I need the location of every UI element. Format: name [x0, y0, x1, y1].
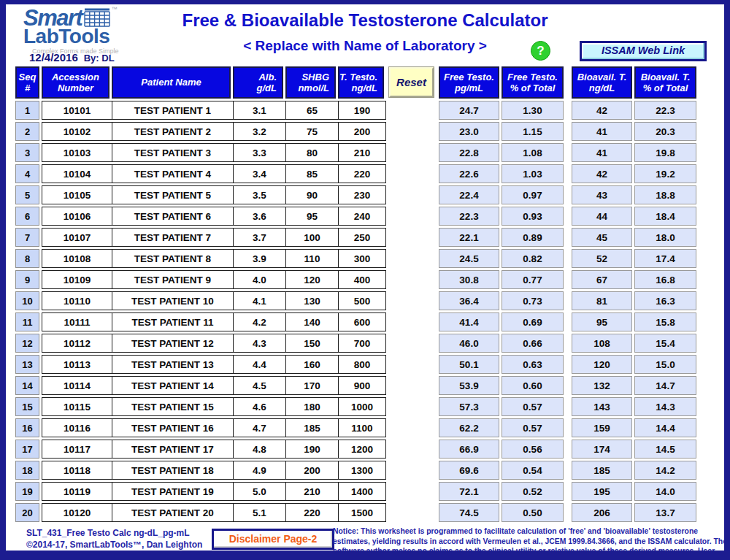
cell-accession[interactable]: 10104 — [42, 164, 112, 183]
cell-albumin[interactable]: 4.4 — [233, 355, 286, 374]
cell-patient-name[interactable]: TEST PATIENT 15 — [112, 397, 234, 416]
cell-total-testosterone[interactable]: 500 — [338, 291, 386, 310]
cell-shbg[interactable]: 130 — [285, 291, 339, 310]
cell-accession[interactable]: 10102 — [42, 122, 112, 141]
cell-accession[interactable]: 10115 — [42, 397, 112, 416]
cell-accession[interactable]: 10109 — [42, 270, 112, 289]
cell-accession[interactable]: 10108 — [42, 249, 112, 268]
cell-patient-name[interactable]: TEST PATIENT 18 — [112, 461, 234, 480]
cell-shbg[interactable]: 100 — [285, 228, 339, 247]
cell-accession[interactable]: 10110 — [42, 291, 112, 310]
issam-web-link-button[interactable]: ISSAM Web Link — [580, 41, 707, 61]
cell-total-testosterone[interactable]: 230 — [338, 185, 386, 204]
cell-total-testosterone[interactable]: 250 — [338, 228, 386, 247]
cell-albumin[interactable]: 4.3 — [233, 334, 286, 353]
cell-patient-name[interactable]: TEST PATIENT 5 — [112, 185, 234, 204]
cell-patient-name[interactable]: TEST PATIENT 20 — [112, 503, 234, 522]
cell-accession[interactable]: 10106 — [42, 207, 112, 226]
cell-albumin[interactable]: 3.1 — [233, 101, 286, 120]
cell-albumin[interactable]: 3.9 — [233, 249, 286, 268]
cell-albumin[interactable]: 4.8 — [233, 440, 286, 459]
cell-shbg[interactable]: 120 — [285, 270, 339, 289]
cell-patient-name[interactable]: TEST PATIENT 6 — [112, 207, 234, 226]
cell-albumin[interactable]: 3.7 — [233, 228, 286, 247]
cell-albumin[interactable]: 4.9 — [233, 461, 286, 480]
cell-albumin[interactable]: 4.5 — [233, 376, 286, 395]
cell-albumin[interactable]: 5.1 — [233, 503, 286, 522]
cell-shbg[interactable]: 95 — [285, 207, 339, 226]
cell-shbg[interactable]: 170 — [285, 376, 339, 395]
cell-patient-name[interactable]: TEST PATIENT 1 — [112, 101, 234, 120]
cell-accession[interactable]: 10120 — [42, 503, 112, 522]
cell-patient-name[interactable]: TEST PATIENT 10 — [112, 291, 234, 310]
cell-total-testosterone[interactable]: 600 — [338, 312, 386, 331]
cell-shbg[interactable]: 65 — [285, 101, 339, 120]
cell-shbg[interactable]: 190 — [285, 440, 339, 459]
cell-total-testosterone[interactable]: 700 — [338, 334, 386, 353]
cell-accession[interactable]: 10107 — [42, 228, 112, 247]
cell-accession[interactable]: 10105 — [42, 185, 112, 204]
cell-total-testosterone[interactable]: 240 — [338, 207, 386, 226]
cell-albumin[interactable]: 3.2 — [233, 122, 286, 141]
cell-patient-name[interactable]: TEST PATIENT 3 — [112, 143, 234, 162]
cell-shbg[interactable]: 180 — [285, 397, 339, 416]
cell-shbg[interactable]: 90 — [285, 185, 339, 204]
cell-total-testosterone[interactable]: 1100 — [338, 418, 386, 437]
cell-patient-name[interactable]: TEST PATIENT 16 — [112, 418, 234, 437]
cell-total-testosterone[interactable]: 900 — [338, 376, 386, 395]
cell-albumin[interactable]: 4.1 — [233, 291, 286, 310]
cell-shbg[interactable]: 160 — [285, 355, 339, 374]
cell-total-testosterone[interactable]: 1500 — [338, 503, 386, 522]
cell-albumin[interactable]: 4.7 — [233, 418, 286, 437]
cell-total-testosterone[interactable]: 300 — [338, 249, 386, 268]
cell-accession[interactable]: 10113 — [42, 355, 112, 374]
cell-total-testosterone[interactable]: 400 — [338, 270, 386, 289]
cell-shbg[interactable]: 150 — [285, 334, 339, 353]
cell-patient-name[interactable]: TEST PATIENT 8 — [112, 249, 234, 268]
cell-shbg[interactable]: 185 — [285, 418, 339, 437]
cell-shbg[interactable]: 200 — [285, 461, 339, 480]
cell-accession[interactable]: 10111 — [42, 312, 112, 331]
cell-patient-name[interactable]: TEST PATIENT 14 — [112, 376, 234, 395]
cell-total-testosterone[interactable]: 1300 — [338, 461, 386, 480]
cell-shbg[interactable]: 220 — [285, 503, 339, 522]
cell-total-testosterone[interactable]: 190 — [338, 101, 386, 120]
cell-total-testosterone[interactable]: 1200 — [338, 440, 386, 459]
cell-shbg[interactable]: 85 — [285, 164, 339, 183]
cell-accession[interactable]: 10117 — [42, 440, 112, 459]
cell-albumin[interactable]: 3.6 — [233, 207, 286, 226]
cell-accession[interactable]: 10116 — [42, 418, 112, 437]
cell-patient-name[interactable]: TEST PATIENT 12 — [112, 334, 234, 353]
cell-total-testosterone[interactable]: 1000 — [338, 397, 386, 416]
cell-shbg[interactable]: 110 — [285, 249, 339, 268]
cell-albumin[interactable]: 5.0 — [233, 482, 286, 501]
cell-shbg[interactable]: 140 — [285, 312, 339, 331]
cell-shbg[interactable]: 210 — [285, 482, 339, 501]
cell-total-testosterone[interactable]: 220 — [338, 164, 386, 183]
cell-albumin[interactable]: 3.3 — [233, 143, 286, 162]
cell-albumin[interactable]: 4.0 — [233, 270, 286, 289]
cell-total-testosterone[interactable]: 210 — [338, 143, 386, 162]
reset-button[interactable]: Reset — [389, 67, 434, 97]
cell-patient-name[interactable]: TEST PATIENT 9 — [112, 270, 234, 289]
cell-albumin[interactable]: 3.5 — [233, 185, 286, 204]
cell-accession[interactable]: 10103 — [42, 143, 112, 162]
cell-total-testosterone[interactable]: 1400 — [338, 482, 386, 501]
cell-patient-name[interactable]: TEST PATIENT 19 — [112, 482, 234, 501]
cell-albumin[interactable]: 3.4 — [233, 164, 286, 183]
cell-patient-name[interactable]: TEST PATIENT 11 — [112, 312, 234, 331]
cell-patient-name[interactable]: TEST PATIENT 2 — [112, 122, 234, 141]
cell-patient-name[interactable]: TEST PATIENT 17 — [112, 440, 234, 459]
help-icon[interactable]: ? — [531, 41, 550, 61]
disclaimer-page2-button[interactable]: Disclaimer Page-2 — [212, 529, 334, 550]
cell-shbg[interactable]: 80 — [285, 143, 339, 162]
cell-accession[interactable]: 10101 — [42, 101, 112, 120]
cell-accession[interactable]: 10119 — [42, 482, 112, 501]
cell-patient-name[interactable]: TEST PATIENT 4 — [112, 164, 234, 183]
cell-total-testosterone[interactable]: 200 — [338, 122, 386, 141]
cell-accession[interactable]: 10114 — [42, 376, 112, 395]
cell-accession[interactable]: 10112 — [42, 334, 112, 353]
cell-accession[interactable]: 10118 — [42, 461, 112, 480]
cell-patient-name[interactable]: TEST PATIENT 7 — [112, 228, 234, 247]
cell-patient-name[interactable]: TEST PATIENT 13 — [112, 355, 234, 374]
